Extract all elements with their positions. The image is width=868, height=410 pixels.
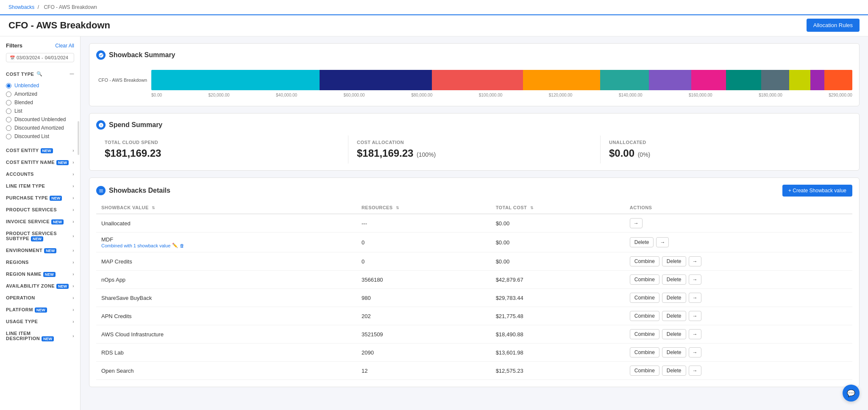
row-arrow-button-rds_lab[interactable]: → — [689, 347, 701, 357]
clear-all-button[interactable]: Clear All — [55, 43, 74, 49]
axis-labels: $0.00$20,000.00$40,000.00$60,000.00$80,0… — [151, 93, 852, 97]
delete-button-apn_credits[interactable]: Delete — [662, 311, 686, 321]
table-row: MDF Combined with 1 showback value ✏️ 🗑 … — [96, 233, 852, 252]
filter-section-line_item_type-header[interactable]: LINE ITEM TYPE › — [0, 180, 80, 191]
axis-label: $80,000.00 — [411, 93, 432, 97]
filter-section-cost_entity_name-header[interactable]: COST ENTITY NAMENEW › — [0, 157, 80, 168]
filter-section-invoice_service-header[interactable]: INVOICE SERVICENEW › — [0, 216, 80, 227]
unallocated-label: UNALLOCATED — [609, 140, 844, 145]
combine-button-rds_lab[interactable]: Combine — [630, 347, 659, 357]
filter-section-usage_type-header[interactable]: USAGE TYPE › — [0, 316, 80, 327]
combined-note-mdf: Combined with 1 showback value ✏️ 🗑 — [101, 243, 351, 248]
filter-section-purchase_type-header[interactable]: PURCHASE TYPENEW › — [0, 192, 80, 203]
row-arrow-button-unallocated[interactable]: → — [630, 218, 643, 228]
combine-button-apn_credits[interactable]: Combine — [630, 311, 659, 321]
row-actions-rds_lab: CombineDelete→ — [625, 344, 852, 362]
delete-button-rds_lab[interactable]: Delete — [662, 347, 686, 357]
row-resources-rds_lab: 2090 — [356, 344, 491, 362]
sidebar-header: Filters Clear All — [0, 42, 80, 53]
line_item_description-chevron: › — [72, 334, 74, 338]
filter-section-operation: OPERATION › — [0, 292, 80, 303]
row-arrow-button-aws_cloud_infra[interactable]: → — [689, 329, 701, 339]
cost-type-option-discounted_amortized[interactable]: Discounted Amortized — [6, 124, 74, 132]
filter-section-line_item_description-header[interactable]: LINE ITEM DESCRIPTIONNEW › — [0, 328, 80, 344]
product_services-chevron: › — [72, 208, 74, 212]
row-arrow-button-mdf[interactable]: → — [656, 237, 669, 247]
axis-label: $60,000.00 — [344, 93, 365, 97]
filter-section-cost-type-header[interactable]: COST TYPE 🔍 — — [0, 68, 80, 80]
chart-bar-row: CFO - AWS Breakdown — [96, 70, 852, 90]
row-name-mdf: MDF Combined with 1 showback value ✏️ 🗑 — [96, 233, 356, 252]
delete-button-aws_cloud_infra[interactable]: Delete — [662, 329, 686, 339]
filters-title: Filters — [6, 42, 22, 49]
sidebar-scrollbar[interactable] — [78, 121, 79, 155]
combine-button-nops_app[interactable]: Combine — [630, 274, 659, 285]
filter-section-product_services-header[interactable]: PRODUCT SERVICES › — [0, 204, 80, 215]
delete-button-open_search[interactable]: Delete — [662, 366, 686, 376]
cost_entity-chevron: › — [72, 148, 74, 153]
top-nav: Showbacks / CFO - AWS Breakdown — [0, 0, 868, 15]
unallocated-value-row: $0.00 (0%) — [609, 147, 844, 159]
delete-button-map_credits[interactable]: Delete — [662, 256, 686, 266]
cost-type-option-list[interactable]: List — [6, 107, 74, 115]
filter-section-platform-header[interactable]: PLATFORMNEW › — [0, 304, 80, 315]
edit-icon[interactable]: ✏️ — [172, 243, 178, 248]
table-row: nOps App3566180$42,879.67CombineDelete→ — [96, 271, 852, 289]
search-icon[interactable]: 🔍 — [36, 71, 42, 77]
row-arrow-button-sharesave_buyback[interactable]: → — [689, 293, 701, 303]
delete-button-mdf[interactable]: Delete — [630, 237, 654, 247]
row-cost-apn_credits: $21,775.48 — [491, 307, 625, 325]
table-row: Open Search12$12,575.23CombineDelete→ — [96, 362, 852, 380]
filter-section-regions-header[interactable]: REGIONS › — [0, 257, 80, 268]
cost-type-option-discounted_list[interactable]: Discounted List — [6, 132, 74, 141]
chat-bubble[interactable]: 💬 — [843, 385, 860, 402]
row-cost-aws_cloud_infra: $18,490.88 — [491, 325, 625, 344]
line_item_type-label: LINE ITEM TYPE — [6, 183, 45, 188]
date-range-picker[interactable]: 📅 03/03/2024 - 04/01/2024 — [6, 53, 74, 62]
row-cost-rds_lab: $13,601.98 — [491, 344, 625, 362]
accounts-label: ACCOUNTS — [6, 172, 34, 177]
filter-section-platform: PLATFORMNEW › — [0, 304, 80, 315]
combine-button-map_credits[interactable]: Combine — [630, 256, 659, 266]
row-arrow-button-nops_app[interactable]: → — [689, 274, 701, 285]
total-spend-value: $181,169.23 — [105, 147, 339, 159]
row-arrow-button-map_credits[interactable]: → — [689, 256, 701, 266]
filter-section-purchase_type: PURCHASE TYPENEW › — [0, 192, 80, 203]
sort-arrow-cost[interactable]: ⇅ — [530, 206, 534, 210]
showbacks-details-title: Showbacks Details — [96, 186, 170, 195]
delete-button-nops_app[interactable]: Delete — [662, 274, 686, 285]
breadcrumb-current: CFO - AWS Breakdown — [44, 4, 97, 10]
delete-note-icon[interactable]: 🗑 — [180, 243, 184, 248]
create-showback-button[interactable]: + Create Showback value — [782, 185, 852, 197]
main-layout: Filters Clear All 📅 03/03/2024 - 04/01/2… — [0, 36, 868, 410]
cost-type-option-blended[interactable]: Blended — [6, 98, 74, 107]
filter-section-product_services_subtype-header[interactable]: PRODUCT SERVICES SUBTYPENEW › — [0, 228, 80, 244]
filter-section-availability_zone-header[interactable]: AVAILABILITY ZONENEW › — [0, 280, 80, 291]
filter-section-availability_zone: AVAILABILITY ZONENEW › — [0, 280, 80, 291]
cost-type-option-unblended[interactable]: Unblended — [6, 81, 74, 90]
breadcrumb-parent[interactable]: Showbacks — [8, 4, 34, 10]
filter-section-region_name-header[interactable]: REGION NAMENEW › — [0, 269, 80, 280]
usage_type-label: USAGE TYPE — [6, 319, 38, 324]
filter-section-cost_entity-header[interactable]: COST ENTITYNEW › — [0, 145, 80, 156]
sort-arrow-showback[interactable]: ⇅ — [152, 206, 155, 210]
row-arrow-button-apn_credits[interactable]: → — [689, 311, 701, 321]
cost-type-option-discounted_unblended[interactable]: Discounted Unblended — [6, 115, 74, 124]
combine-button-open_search[interactable]: Combine — [630, 366, 659, 376]
filter-section-accounts-header[interactable]: ACCOUNTS › — [0, 169, 80, 180]
combine-button-aws_cloud_infra[interactable]: Combine — [630, 329, 659, 339]
filter-section-environment-header[interactable]: ENVIRONMENTNEW › — [0, 245, 80, 256]
chart-segment — [726, 70, 761, 90]
combine-button-sharesave_buyback[interactable]: Combine — [630, 293, 659, 303]
regions-chevron: › — [72, 260, 74, 265]
filter-section-cost_entity_name: COST ENTITY NAMENEW › — [0, 157, 80, 168]
col-total-cost: TOTAL COST ⇅ — [491, 202, 625, 214]
row-arrow-button-open_search[interactable]: → — [689, 366, 701, 376]
table-row: MAP Credits0$0.00CombineDelete→ — [96, 252, 852, 271]
sort-arrow-resources[interactable]: ⇅ — [396, 206, 399, 210]
cost-type-option-amortized[interactable]: Amortized — [6, 90, 74, 98]
allocation-rules-button[interactable]: Allocation Rules — [807, 19, 860, 32]
regions-label: REGIONS — [6, 260, 29, 265]
delete-button-sharesave_buyback[interactable]: Delete — [662, 293, 686, 303]
filter-section-operation-header[interactable]: OPERATION › — [0, 292, 80, 303]
